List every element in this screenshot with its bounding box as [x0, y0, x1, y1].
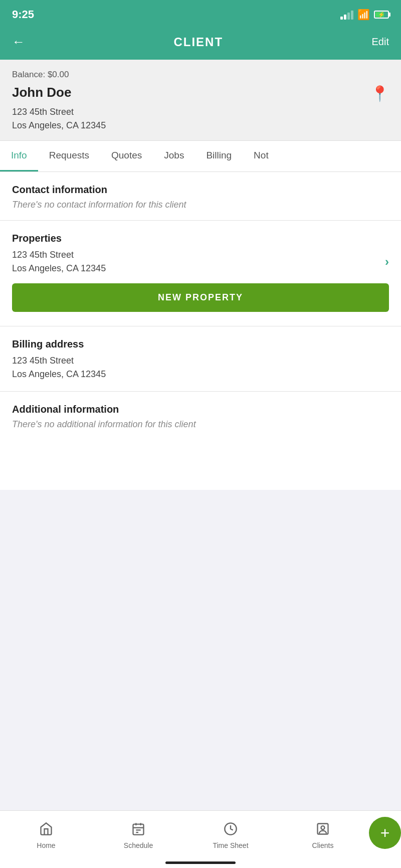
schedule-icon — [131, 822, 145, 839]
nav-clients-label: Clients — [312, 841, 334, 849]
client-name-row: John Doe 📍 — [12, 85, 389, 102]
home-icon — [39, 822, 53, 839]
client-card: Balance: $0.00 John Doe 📍 123 45th Stree… — [0, 60, 401, 141]
nav-schedule-label: Schedule — [124, 841, 153, 849]
properties-section: Properties 123 45th Street Los Angeles, … — [0, 221, 401, 326]
nav-schedule[interactable]: Schedule — [92, 822, 184, 849]
tab-notes[interactable]: Not — [243, 141, 280, 171]
chevron-right-icon: › — [385, 255, 389, 269]
fab-add-button[interactable]: + — [369, 817, 401, 849]
property-address: 123 45th Street Los Angeles, CA 12345 — [12, 248, 106, 275]
additional-info-empty: There's no additional information for th… — [12, 419, 389, 430]
location-pin-icon[interactable]: 📍 — [370, 85, 389, 102]
nav-timesheet[interactable]: Time Sheet — [184, 822, 277, 849]
properties-title: Properties — [12, 233, 389, 244]
billing-address-line1: 123 45th Street — [12, 356, 74, 366]
status-icons: 📶 ⚡ — [340, 9, 389, 21]
tab-quotes[interactable]: Quotes — [100, 141, 153, 171]
tab-billing[interactable]: Billing — [195, 141, 243, 171]
property-address-line2: Los Angeles, CA 12345 — [12, 263, 106, 273]
billing-address-text: 123 45th Street Los Angeles, CA 12345 — [12, 354, 389, 381]
tabs-container: Info Requests Quotes Jobs Billing Not — [0, 141, 401, 172]
additional-info-title: Additional information — [12, 404, 389, 415]
nav-clients[interactable]: Clients — [277, 822, 369, 849]
property-address-line1: 123 45th Street — [12, 250, 74, 260]
property-item[interactable]: 123 45th Street Los Angeles, CA 12345 › — [12, 248, 389, 275]
billing-address-title: Billing address — [12, 338, 389, 350]
status-time: 9:25 — [12, 8, 34, 21]
svg-rect-0 — [133, 824, 144, 834]
billing-address-line2: Los Angeles, CA 12345 — [12, 369, 106, 379]
client-name: John Doe — [12, 85, 71, 100]
client-address-line1: 123 45th Street — [12, 107, 74, 117]
bottom-nav: Home Schedule Time Sheet — [0, 810, 401, 868]
fab-plus-icon: + — [380, 824, 390, 842]
contact-info-empty: There's no contact information for this … — [12, 200, 389, 210]
tab-info[interactable]: Info — [0, 141, 38, 171]
tab-jobs[interactable]: Jobs — [153, 141, 195, 171]
billing-address-section: Billing address 123 45th Street Los Ange… — [0, 326, 401, 392]
tab-requests[interactable]: Requests — [38, 141, 100, 171]
battery-icon: ⚡ — [374, 11, 389, 19]
header: ← CLIENT Edit — [0, 28, 401, 60]
edit-button[interactable]: Edit — [372, 36, 389, 48]
timesheet-icon — [224, 822, 238, 839]
wifi-icon: 📶 — [357, 9, 370, 21]
additional-info-section: Additional information There's no additi… — [0, 392, 401, 490]
client-address: 123 45th Street Los Angeles, CA 12345 — [12, 105, 389, 132]
signal-icon — [340, 10, 353, 20]
client-address-line2: Los Angeles, CA 12345 — [12, 120, 106, 130]
nav-home-label: Home — [37, 841, 55, 849]
new-property-button[interactable]: NEW PROPERTY — [12, 283, 389, 312]
status-bar: 9:25 📶 ⚡ — [0, 0, 401, 28]
home-indicator — [165, 861, 236, 864]
clients-icon — [316, 822, 330, 839]
back-button[interactable]: ← — [12, 34, 25, 50]
contact-info-title: Contact information — [12, 184, 389, 196]
content-area: Contact information There's no contact i… — [0, 172, 401, 490]
client-balance: Balance: $0.00 — [12, 70, 389, 80]
svg-point-8 — [321, 826, 325, 829]
nav-timesheet-label: Time Sheet — [213, 841, 248, 849]
nav-home[interactable]: Home — [0, 822, 92, 849]
page-title: CLIENT — [173, 35, 223, 49]
contact-info-section: Contact information There's no contact i… — [0, 172, 401, 221]
